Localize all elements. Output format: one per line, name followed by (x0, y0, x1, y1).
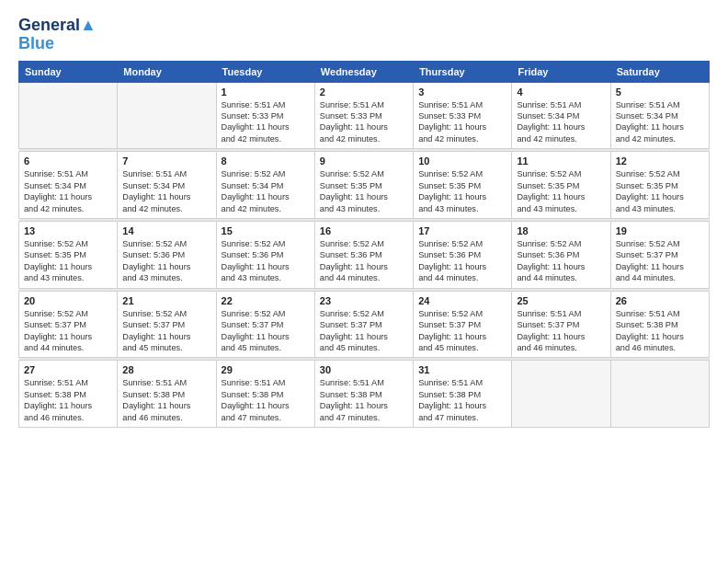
day-number: 23 (320, 295, 408, 306)
calendar-header-wednesday: Wednesday (314, 61, 413, 82)
day-number: 6 (24, 155, 112, 167)
cell-info: Sunrise: 5:51 AM Sunset: 5:34 PM Dayligh… (517, 99, 605, 145)
day-number: 9 (320, 155, 408, 167)
calendar-header-thursday: Thursday (414, 61, 512, 82)
day-number: 10 (418, 155, 506, 167)
cell-info: Sunrise: 5:52 AM Sunset: 5:37 PM Dayligh… (24, 308, 112, 354)
calendar-cell: 26Sunrise: 5:51 AM Sunset: 5:38 PM Dayli… (610, 291, 709, 358)
calendar-cell: 20Sunrise: 5:52 AM Sunset: 5:37 PM Dayli… (19, 291, 118, 358)
logo-text-blue: Blue (18, 35, 54, 53)
cell-info: Sunrise: 5:52 AM Sunset: 5:35 PM Dayligh… (517, 168, 605, 214)
calendar-week-row: 20Sunrise: 5:52 AM Sunset: 5:37 PM Dayli… (19, 291, 710, 358)
calendar-cell: 28Sunrise: 5:51 AM Sunset: 5:38 PM Dayli… (118, 361, 216, 428)
calendar-cell: 16Sunrise: 5:52 AM Sunset: 5:36 PM Dayli… (314, 221, 413, 288)
day-number: 5 (616, 86, 704, 98)
cell-info: Sunrise: 5:51 AM Sunset: 5:38 PM Dayligh… (418, 377, 506, 423)
cell-info: Sunrise: 5:52 AM Sunset: 5:35 PM Dayligh… (320, 168, 408, 214)
cell-info: Sunrise: 5:52 AM Sunset: 5:36 PM Dayligh… (320, 238, 408, 284)
cell-info: Sunrise: 5:52 AM Sunset: 5:36 PM Dayligh… (418, 238, 506, 284)
day-number: 19 (616, 225, 704, 236)
calendar-cell: 25Sunrise: 5:51 AM Sunset: 5:37 PM Dayli… (512, 291, 610, 358)
cell-info: Sunrise: 5:51 AM Sunset: 5:34 PM Dayligh… (122, 168, 210, 214)
calendar-header-saturday: Saturday (610, 61, 709, 82)
cell-info: Sunrise: 5:52 AM Sunset: 5:36 PM Dayligh… (122, 238, 210, 284)
calendar-cell (610, 361, 709, 428)
calendar-week-row: 13Sunrise: 5:52 AM Sunset: 5:35 PM Dayli… (19, 221, 710, 288)
day-number: 24 (418, 295, 506, 306)
calendar-cell: 10Sunrise: 5:52 AM Sunset: 5:35 PM Dayli… (414, 152, 512, 219)
calendar-cell: 18Sunrise: 5:52 AM Sunset: 5:36 PM Dayli… (512, 221, 610, 288)
day-number: 30 (320, 364, 408, 375)
calendar-header-row: SundayMondayTuesdayWednesdayThursdayFrid… (19, 61, 710, 82)
day-number: 16 (320, 225, 408, 236)
day-number: 27 (24, 364, 112, 375)
cell-info: Sunrise: 5:52 AM Sunset: 5:35 PM Dayligh… (24, 238, 112, 284)
day-number: 2 (320, 86, 408, 98)
cell-info: Sunrise: 5:52 AM Sunset: 5:36 PM Dayligh… (517, 238, 605, 284)
day-number: 22 (222, 295, 310, 306)
day-number: 7 (122, 155, 210, 167)
cell-info: Sunrise: 5:52 AM Sunset: 5:37 PM Dayligh… (418, 308, 506, 354)
cell-info: Sunrise: 5:51 AM Sunset: 5:38 PM Dayligh… (320, 377, 408, 423)
cell-info: Sunrise: 5:51 AM Sunset: 5:33 PM Dayligh… (222, 99, 310, 145)
calendar-cell: 23Sunrise: 5:52 AM Sunset: 5:37 PM Dayli… (314, 291, 413, 358)
cell-info: Sunrise: 5:51 AM Sunset: 5:38 PM Dayligh… (122, 377, 210, 423)
cell-info: Sunrise: 5:51 AM Sunset: 5:33 PM Dayligh… (320, 99, 408, 145)
day-number: 12 (616, 155, 704, 167)
calendar-cell: 24Sunrise: 5:52 AM Sunset: 5:37 PM Dayli… (414, 291, 512, 358)
cell-info: Sunrise: 5:51 AM Sunset: 5:38 PM Dayligh… (616, 308, 704, 354)
calendar-cell: 11Sunrise: 5:52 AM Sunset: 5:35 PM Dayli… (512, 152, 610, 219)
day-number: 8 (222, 155, 310, 167)
calendar-cell: 12Sunrise: 5:52 AM Sunset: 5:35 PM Dayli… (610, 152, 709, 219)
cell-info: Sunrise: 5:52 AM Sunset: 5:34 PM Dayligh… (222, 168, 310, 214)
day-number: 11 (517, 155, 605, 167)
cell-info: Sunrise: 5:51 AM Sunset: 5:34 PM Dayligh… (616, 99, 704, 145)
day-number: 29 (222, 364, 310, 375)
calendar-week-row: 6Sunrise: 5:51 AM Sunset: 5:34 PM Daylig… (19, 152, 710, 219)
calendar-cell: 1Sunrise: 5:51 AM Sunset: 5:33 PM Daylig… (216, 82, 314, 149)
calendar-cell (19, 82, 118, 149)
calendar-header-friday: Friday (512, 61, 610, 82)
calendar-cell: 15Sunrise: 5:52 AM Sunset: 5:36 PM Dayli… (216, 221, 314, 288)
day-number: 31 (418, 364, 506, 375)
page: General▲ Blue SundayMondayTuesdayWednesd… (0, 0, 728, 563)
calendar-cell: 4Sunrise: 5:51 AM Sunset: 5:34 PM Daylig… (512, 82, 610, 149)
day-number: 25 (517, 295, 605, 306)
header: General▲ Blue (18, 17, 710, 53)
cell-info: Sunrise: 5:51 AM Sunset: 5:38 PM Dayligh… (222, 377, 310, 423)
cell-info: Sunrise: 5:51 AM Sunset: 5:34 PM Dayligh… (24, 168, 112, 214)
calendar-cell: 13Sunrise: 5:52 AM Sunset: 5:35 PM Dayli… (19, 221, 118, 288)
cell-info: Sunrise: 5:52 AM Sunset: 5:37 PM Dayligh… (122, 308, 210, 354)
calendar-table: SundayMondayTuesdayWednesdayThursdayFrid… (18, 61, 710, 428)
day-number: 14 (122, 225, 210, 236)
calendar-cell (512, 361, 610, 428)
calendar-header-monday: Monday (118, 61, 216, 82)
day-number: 1 (222, 86, 310, 98)
calendar-cell: 19Sunrise: 5:52 AM Sunset: 5:37 PM Dayli… (610, 221, 709, 288)
day-number: 20 (24, 295, 112, 306)
day-number: 13 (24, 225, 112, 236)
calendar-cell: 6Sunrise: 5:51 AM Sunset: 5:34 PM Daylig… (19, 152, 118, 219)
day-number: 26 (616, 295, 704, 306)
cell-info: Sunrise: 5:52 AM Sunset: 5:37 PM Dayligh… (222, 308, 310, 354)
calendar-cell: 3Sunrise: 5:51 AM Sunset: 5:33 PM Daylig… (414, 82, 512, 149)
cell-info: Sunrise: 5:51 AM Sunset: 5:37 PM Dayligh… (517, 308, 605, 354)
calendar-header-sunday: Sunday (19, 61, 118, 82)
day-number: 17 (418, 225, 506, 236)
calendar-week-row: 1Sunrise: 5:51 AM Sunset: 5:33 PM Daylig… (19, 82, 710, 149)
day-number: 4 (517, 86, 605, 98)
calendar-cell: 22Sunrise: 5:52 AM Sunset: 5:37 PM Dayli… (216, 291, 314, 358)
cell-info: Sunrise: 5:52 AM Sunset: 5:35 PM Dayligh… (616, 168, 704, 214)
calendar-cell: 21Sunrise: 5:52 AM Sunset: 5:37 PM Dayli… (118, 291, 216, 358)
calendar-cell: 29Sunrise: 5:51 AM Sunset: 5:38 PM Dayli… (216, 361, 314, 428)
calendar-week-row: 27Sunrise: 5:51 AM Sunset: 5:38 PM Dayli… (19, 361, 710, 428)
calendar-cell: 17Sunrise: 5:52 AM Sunset: 5:36 PM Dayli… (414, 221, 512, 288)
day-number: 21 (122, 295, 210, 306)
day-number: 15 (222, 225, 310, 236)
calendar-cell: 30Sunrise: 5:51 AM Sunset: 5:38 PM Dayli… (314, 361, 413, 428)
logo-text: General▲ (18, 17, 97, 35)
calendar-cell: 31Sunrise: 5:51 AM Sunset: 5:38 PM Dayli… (414, 361, 512, 428)
cell-info: Sunrise: 5:52 AM Sunset: 5:37 PM Dayligh… (320, 308, 408, 354)
calendar-cell: 27Sunrise: 5:51 AM Sunset: 5:38 PM Dayli… (19, 361, 118, 428)
calendar-cell: 7Sunrise: 5:51 AM Sunset: 5:34 PM Daylig… (118, 152, 216, 219)
